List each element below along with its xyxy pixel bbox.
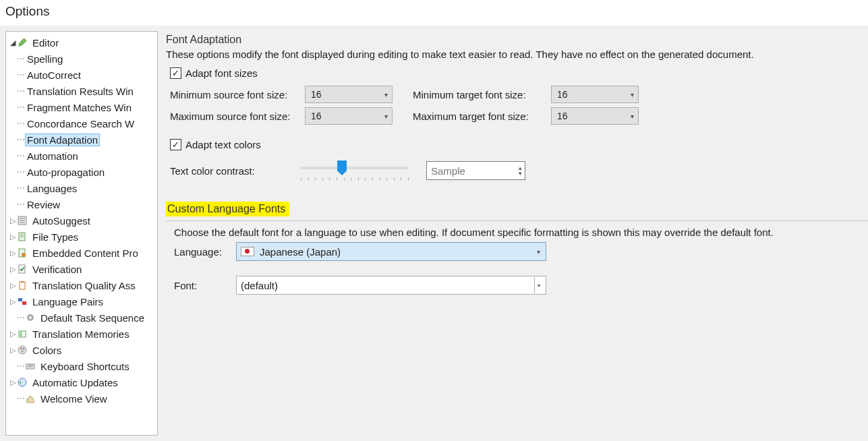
tree-label: Languages — [25, 183, 79, 194]
combo-value: (default) — [241, 280, 278, 291]
expander-closed-icon[interactable]: ▷ — [9, 265, 17, 274]
combo-value: 16 — [311, 111, 322, 121]
expander-closed-icon[interactable]: ▷ — [9, 330, 17, 339]
adapt-font-sizes-label: Adapt font sizes — [185, 67, 258, 79]
tree-item-fragment-matches-win[interactable]: ⋯ Fragment Matches Win — [7, 99, 156, 115]
svg-rect-12 — [18, 298, 22, 301]
check-doc-icon — [17, 264, 28, 274]
tree-item-review[interactable]: ⋯ Review — [7, 196, 156, 212]
globe-icon — [17, 377, 28, 388]
text-color-contrast-label: Text color contrast: — [170, 165, 283, 177]
combo-value: 16 — [311, 89, 322, 100]
settings-content: Font Adaptation These options modify the… — [166, 31, 868, 436]
adapt-text-colors-checkbox[interactable]: ✓ — [170, 139, 181, 150]
svg-rect-13 — [22, 301, 26, 305]
palette-icon — [17, 345, 28, 355]
min-target-combo[interactable]: 16 ▾ — [551, 86, 639, 103]
options-tree: ◢ Editor ⋯ Spelling ⋯ AutoCorrect ⋯ Tran… — [5, 31, 158, 436]
window-title: Options — [0, 0, 868, 26]
chevron-down-icon: ▾ — [631, 113, 634, 120]
tree-label: Font Adaptation — [25, 134, 100, 146]
font-label: Font: — [174, 280, 236, 291]
file-gear-icon — [17, 247, 28, 258]
expander-closed-icon[interactable]: ▷ — [9, 346, 17, 355]
font-adaptation-heading: Font Adaptation — [166, 34, 868, 46]
tree-label: Default Task Sequence — [38, 312, 146, 324]
min-source-combo[interactable]: 16 ▾ — [305, 86, 393, 103]
home-icon — [25, 393, 36, 404]
expander-closed-icon[interactable]: ▷ — [9, 216, 17, 225]
svg-point-15 — [29, 316, 32, 319]
list-icon — [17, 215, 28, 226]
tree-item-verification[interactable]: ▷ Verification — [7, 261, 156, 277]
tree-item-autocorrect[interactable]: ⋯ AutoCorrect — [7, 67, 156, 83]
tree-item-updates[interactable]: ▷ Automatic Updates — [7, 374, 156, 390]
svg-rect-17 — [19, 331, 22, 337]
flags-icon — [17, 296, 28, 307]
tree-item-spelling[interactable]: ⋯ Spelling — [7, 51, 156, 67]
tree-label: Colors — [30, 345, 63, 356]
svg-point-8 — [22, 253, 26, 257]
adapt-font-sizes-checkbox[interactable]: ✓ — [170, 67, 181, 79]
max-source-label: Maximum source font size: — [170, 111, 305, 122]
gear-icon — [25, 312, 36, 323]
tree-label: Fragment Matches Win — [25, 102, 134, 113]
max-source-combo[interactable]: 16 ▾ — [305, 107, 393, 125]
tree-item-translation-memories[interactable]: ▷ Translation Memories — [7, 326, 156, 342]
tree-item-default-task[interactable]: ⋯ Default Task Sequence — [7, 310, 156, 326]
min-target-label: Minimum target font size: — [413, 89, 551, 100]
expander-closed-icon[interactable]: ▷ — [9, 297, 17, 306]
language-combo[interactable]: Japanese (Japan) ▾ — [236, 242, 546, 261]
tree-label: Automation — [25, 150, 80, 162]
chevron-down-icon: ▾ — [384, 113, 388, 120]
expander-closed-icon[interactable]: ▷ — [9, 249, 17, 258]
expander-closed-icon[interactable]: ▷ — [9, 378, 17, 387]
tree-item-translation-results-win[interactable]: ⋯ Translation Results Win — [7, 83, 156, 99]
tree-item-colors[interactable]: ▷ Colors — [7, 342, 156, 358]
tree-item-autosuggest[interactable]: ▷ AutoSuggest — [7, 212, 156, 229]
tree-item-automation[interactable]: ⋯ Automation — [7, 148, 156, 164]
svg-point-18 — [18, 346, 26, 354]
expander-closed-icon[interactable]: ▷ — [9, 281, 17, 290]
sample-preview[interactable]: Sample ▴▾ — [426, 161, 525, 180]
tree-label: Spelling — [25, 53, 65, 65]
min-source-label: Minimum source font size: — [170, 89, 305, 100]
tree-item-font-adaptation[interactable]: ⋯ Font Adaptation — [7, 131, 156, 148]
tree-label: Keyboard Shortcuts — [38, 361, 132, 372]
expander-closed-icon[interactable]: ▷ — [9, 233, 17, 241]
tree-item-editor[interactable]: ◢ Editor — [7, 34, 156, 51]
max-target-combo[interactable]: 16 ▾ — [551, 107, 639, 125]
svg-point-20 — [23, 348, 24, 349]
expander-open-icon[interactable]: ◢ — [9, 38, 17, 47]
sample-text: Sample — [431, 165, 465, 177]
tree-item-keyboard[interactable]: ⋯ Keyboard Shortcuts — [7, 358, 156, 374]
spinner-icon[interactable]: ▴▾ — [519, 165, 522, 176]
tree-item-concordance-search[interactable]: ⋯ Concordance Search W — [7, 115, 156, 131]
tree-item-embedded-content[interactable]: ▷ Embedded Content Pro — [7, 245, 156, 261]
slider-thumb-icon[interactable] — [337, 160, 347, 175]
chevron-down-icon: ▾ — [534, 277, 543, 293]
svg-point-19 — [20, 348, 22, 349]
svg-point-21 — [22, 351, 23, 352]
tree-label: File Types — [30, 231, 80, 243]
tree-label: Editor — [30, 37, 61, 49]
tree-label: Translation Memories — [30, 328, 132, 340]
font-adaptation-description: These options modify the font displayed … — [166, 49, 868, 60]
font-combo[interactable]: (default) ▾ — [236, 276, 546, 295]
tree-item-auto-propagation[interactable]: ⋯ Auto-propagation — [7, 164, 156, 180]
svg-point-25 — [18, 378, 26, 386]
text-color-contrast-slider[interactable] — [301, 161, 409, 180]
chevron-down-icon: ▾ — [631, 91, 634, 98]
tree-item-tqa[interactable]: ▷ Translation Quality Ass — [7, 277, 156, 293]
tree-item-file-types[interactable]: ▷ File Types — [7, 229, 156, 245]
tree-item-welcome[interactable]: ⋯ Welcome View — [7, 390, 156, 407]
svg-rect-11 — [21, 281, 24, 283]
keyboard-icon — [25, 361, 36, 372]
tree-item-language-pairs[interactable]: ▷ Language Pairs — [7, 293, 156, 310]
tree-item-languages[interactable]: ⋯ Languages — [7, 180, 156, 196]
tree-label: Verification — [30, 264, 84, 275]
chevron-down-icon: ▾ — [384, 91, 388, 98]
language-label: Language: — [174, 246, 236, 258]
combo-value: Japanese (Japan) — [260, 246, 529, 258]
combo-value: 16 — [557, 89, 568, 100]
